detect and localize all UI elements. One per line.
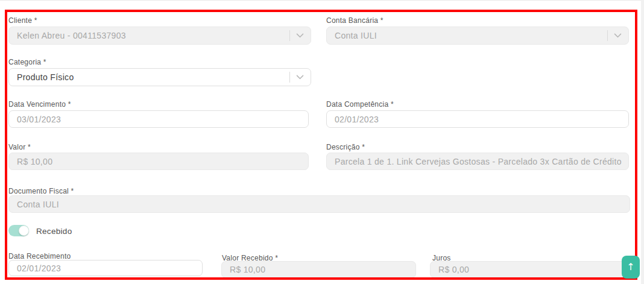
- data-vencimento-label: Data Vencimento *: [8, 100, 71, 109]
- chevron-down-icon: [614, 30, 622, 38]
- conta-bancaria-value: Conta IULI: [335, 31, 377, 40]
- data-vencimento-value: 03/01/2023: [17, 115, 61, 124]
- categoria-label: Categoria *: [8, 58, 46, 66]
- select-divider: [607, 30, 608, 41]
- categoria-select[interactable]: Produto Físico: [8, 68, 311, 86]
- valor-value: R$ 10,00: [17, 157, 52, 166]
- form-highlight-region: Cliente * Kelen Abreu - 00411537903 Cont…: [5, 10, 637, 280]
- valor-label: Valor *: [8, 143, 31, 151]
- juros-input: R$ 0,00: [430, 261, 630, 278]
- page: Cliente * Kelen Abreu - 00411537903 Cont…: [0, 0, 644, 284]
- data-recebimento-value: 02/01/2023: [17, 263, 61, 273]
- descricao-value: Parcela 1 de 1. Link Cervejas Gostosas -…: [335, 157, 622, 166]
- conta-bancaria-label: Conta Bancária *: [326, 16, 384, 25]
- data-competencia-input[interactable]: 02/01/2023: [326, 110, 629, 128]
- conta-bancaria-select: Conta IULI: [326, 27, 629, 45]
- data-recebimento-label: Data Recebimento: [8, 252, 71, 260]
- documento-fiscal-label: Documento Fiscal *: [8, 187, 74, 195]
- valor-recebido-input: R$ 10,00: [221, 261, 416, 278]
- chevron-down-icon: [296, 72, 304, 80]
- cliente-select: Kelen Abreu - 00411537903: [8, 27, 311, 45]
- toggle-knob: [19, 226, 29, 236]
- recebido-toggle[interactable]: [8, 225, 29, 236]
- select-divider: [289, 72, 290, 83]
- cliente-value: Kelen Abreu - 00411537903: [17, 31, 126, 40]
- scroll-to-top-button[interactable]: ↑: [622, 256, 640, 279]
- arrow-up-icon: ↑: [627, 261, 634, 273]
- top-divider: [0, 0, 644, 1]
- data-recebimento-input[interactable]: 02/01/2023: [8, 260, 203, 276]
- documento-fiscal-input: Conta IULI: [8, 195, 630, 213]
- data-competencia-label: Data Competência *: [326, 100, 394, 109]
- categoria-value: Produto Físico: [17, 72, 74, 82]
- data-vencimento-input[interactable]: 03/01/2023: [8, 110, 309, 128]
- valor-recebido-value: R$ 10,00: [230, 265, 265, 274]
- juros-value: R$ 0,00: [438, 265, 469, 274]
- chevron-down-icon: [296, 30, 304, 38]
- valor-input: R$ 10,00: [8, 153, 309, 170]
- page-background-strip: [641, 0, 644, 284]
- data-competencia-value: 02/01/2023: [335, 115, 379, 124]
- cliente-label: Cliente *: [8, 16, 37, 25]
- documento-fiscal-value: Conta IULI: [17, 200, 59, 209]
- descricao-label: Descrição *: [326, 143, 365, 151]
- descricao-input: Parcela 1 de 1. Link Cervejas Gostosas -…: [326, 153, 629, 170]
- recebido-toggle-label: Recebido: [36, 227, 72, 236]
- select-divider: [289, 30, 290, 41]
